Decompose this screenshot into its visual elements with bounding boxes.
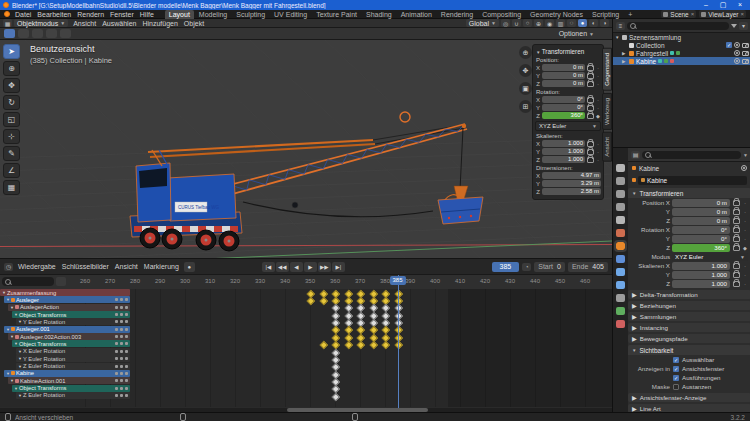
jump-end-icon[interactable]: ▶|: [332, 262, 345, 272]
viewlayer-tab-icon[interactable]: [616, 203, 625, 211]
mode-dropdown[interactable]: Objektmodus ▼: [14, 19, 68, 27]
channel-toggle-icon[interactable]: [115, 335, 118, 338]
channel-z-euler-rotation[interactable]: ▼Z Euler Rotation: [16, 392, 130, 399]
channel-toggle-icon[interactable]: [125, 387, 128, 390]
value-field[interactable]: 0°: [542, 104, 585, 111]
xray-toggle-icon[interactable]: ▥: [556, 19, 565, 27]
disclosure-triangle-icon[interactable]: ▼: [14, 341, 18, 346]
channel-toggle-icon[interactable]: [115, 350, 118, 353]
world-tab-icon[interactable]: [616, 229, 625, 237]
disclosure-triangle-icon[interactable]: ▼: [615, 35, 620, 40]
keyframe-dot-icon[interactable]: ·: [595, 97, 601, 103]
disclosure-triangle-icon[interactable]: ▶: [622, 51, 627, 56]
close-button[interactable]: ×: [733, 0, 747, 10]
value-field[interactable]: 0 m: [542, 80, 585, 87]
keyframe-diamond[interactable]: [382, 326, 390, 334]
shading-solid-icon[interactable]: ●: [578, 19, 587, 27]
lock-icon[interactable]: [587, 141, 594, 147]
zoom-icon[interactable]: ⊕: [519, 46, 532, 59]
editor-type-icon[interactable]: ▤: [631, 151, 640, 159]
tab-layout[interactable]: Layout: [165, 10, 194, 19]
channel-toggle-icon[interactable]: [125, 379, 128, 382]
current-frame-field[interactable]: 385: [492, 262, 520, 272]
channel-toggle-icon[interactable]: [115, 306, 118, 309]
value-field[interactable]: 0 m: [542, 64, 585, 71]
mode-dropdown[interactable]: XYZ Euler▼: [672, 253, 748, 261]
frame-end-field[interactable]: Ende 405: [568, 262, 608, 272]
value-field[interactable]: 1.000: [672, 271, 730, 279]
keyframe-dot-icon[interactable]: ·: [742, 200, 748, 206]
lock-icon[interactable]: [587, 149, 594, 155]
lock-icon[interactable]: [587, 105, 594, 111]
tab-scripting[interactable]: Scripting: [588, 10, 623, 19]
minimize-button[interactable]: –: [699, 0, 713, 10]
disclosure-triangle-icon[interactable]: ▼: [6, 297, 10, 302]
active-tool-icon[interactable]: [4, 29, 15, 38]
keyframe-dot-icon[interactable]: ·: [742, 209, 748, 215]
tab-sculpting[interactable]: Sculpting: [232, 10, 269, 19]
value-field[interactable]: 0 m: [542, 72, 585, 79]
channel-toggle-icon[interactable]: [125, 372, 128, 375]
keyframe-dot-icon[interactable]: ·: [595, 149, 601, 155]
display-options-icon[interactable]: ▾: [739, 22, 748, 30]
value-field[interactable]: 360°: [672, 244, 730, 252]
menu-objekt[interactable]: Objekt: [181, 19, 207, 28]
app-menu-icon[interactable]: [4, 11, 10, 17]
dopesheet-search-input[interactable]: [2, 277, 54, 286]
keyframe-dot-icon[interactable]: ·: [742, 227, 748, 233]
disclosure-triangle-icon[interactable]: ▼: [10, 378, 14, 383]
channel-toggle-icon[interactable]: [115, 320, 118, 323]
section-instancing[interactable]: ▶Instancing: [628, 323, 750, 332]
scene-selector[interactable]: Scene ×: [661, 10, 696, 18]
value-field[interactable]: 2.58 m: [542, 188, 601, 195]
value-field[interactable]: 0 m: [672, 217, 730, 225]
lock-icon[interactable]: [587, 73, 594, 79]
section-beziehungen[interactable]: ▶Beziehungen: [628, 301, 750, 310]
channel-object-transforms[interactable]: ▼Object Transforms: [12, 340, 130, 347]
rotate-tool-button[interactable]: ↻: [3, 95, 20, 110]
orientation-dropdown[interactable]: Global ▼: [466, 19, 499, 27]
object-tab-icon[interactable]: [616, 242, 625, 250]
keyframe-dot-icon[interactable]: ·: [595, 105, 601, 111]
channel-y-euler-rotation[interactable]: ▼Y Euler Rotation: [16, 318, 130, 325]
render-camera-icon[interactable]: [742, 51, 749, 56]
value-field[interactable]: 0°: [672, 235, 730, 243]
section-bewegungspfade[interactable]: ▶Bewegungspfade: [628, 334, 750, 343]
scene-tab-icon[interactable]: [616, 216, 625, 224]
section-sammlungen[interactable]: ▶Sammlungen: [628, 312, 750, 321]
maximize-button[interactable]: ▢: [716, 0, 730, 10]
keyframe-diamond[interactable]: [332, 392, 340, 400]
play-icon[interactable]: ▶: [304, 262, 317, 272]
tab-modeling[interactable]: Modeling: [195, 10, 231, 19]
visibility-eye-icon[interactable]: [734, 50, 740, 56]
chevron-down-icon[interactable]: ▼: [743, 152, 748, 158]
tab-texture-paint[interactable]: Texture Paint: [312, 10, 361, 19]
menu-datei[interactable]: Datei: [12, 10, 34, 19]
disclosure-triangle-icon[interactable]: ▼: [18, 319, 22, 324]
channel-toggle-icon[interactable]: [125, 394, 128, 397]
lock-icon[interactable]: [733, 272, 740, 278]
checkbox-ansichtsfenster[interactable]: ✓: [673, 366, 679, 372]
visibility-eye-icon[interactable]: [734, 58, 740, 64]
keyframe-diamond[interactable]: [357, 341, 365, 349]
viewport-3d[interactable]: CURUS Tiefbau WG Benutzeransicht (385) C…: [0, 40, 612, 258]
value-field[interactable]: 1.000: [542, 140, 585, 147]
output-tab-icon[interactable]: [616, 190, 625, 198]
channel-toggle-icon[interactable]: [115, 372, 118, 375]
transform-tool-button[interactable]: ⊹: [3, 129, 20, 144]
channel-toggle-icon[interactable]: [120, 313, 123, 316]
transform-panel-header[interactable]: ▼ Transformieren: [628, 188, 750, 198]
channel-toggle-icon[interactable]: [120, 320, 123, 323]
channel-toggle-icon[interactable]: [120, 328, 123, 331]
jump-start-icon[interactable]: |◀: [262, 262, 275, 272]
value-field[interactable]: 0°: [672, 226, 730, 234]
keyframe-dot-icon[interactable]: ·: [742, 272, 748, 278]
breadcrumb-object[interactable]: Kabine: [639, 165, 659, 172]
euler-mode-dropdown[interactable]: XYZ Euler▼: [535, 121, 601, 131]
menu-hilfe[interactable]: Hilfe: [137, 10, 157, 19]
scale-tool-button[interactable]: ◱: [3, 112, 20, 127]
channel-toggle-icon[interactable]: [125, 335, 128, 338]
disclosure-triangle-icon[interactable]: ▼: [18, 349, 22, 354]
channel-toggle-icon[interactable]: [120, 350, 123, 353]
lock-icon[interactable]: [733, 263, 740, 269]
